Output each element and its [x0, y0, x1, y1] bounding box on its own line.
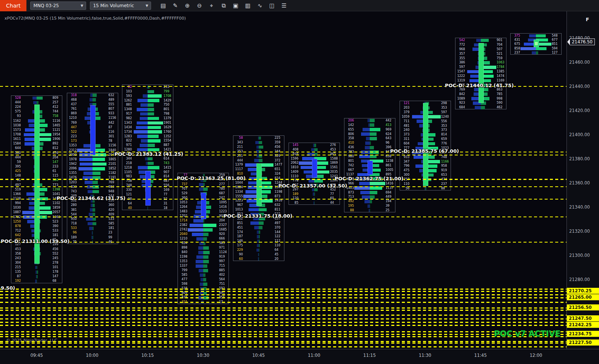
bid-volume: 211 — [233, 146, 243, 149]
bid-bar-area — [243, 243, 259, 248]
ask-volume: 958 — [441, 164, 451, 167]
chart-canvas[interactable]: xPOCv72(MNQ 03-25 (15 Min Volumetric),fa… — [0, 11, 567, 349]
ask-bar — [93, 227, 94, 230]
bid-volume: 858 — [511, 47, 520, 50]
bid-volume: 743 — [67, 190, 77, 193]
ask-bar — [481, 39, 489, 42]
volume-row: 1348801 — [122, 107, 173, 112]
price-axis[interactable]: F 21480.0021460.0021440.0021420.0021400.… — [567, 11, 599, 349]
bid-bar-area — [77, 93, 93, 98]
ask-volume: 442 — [385, 119, 395, 122]
indicator-icon[interactable]: ∿ — [255, 1, 265, 10]
bid-volume: 96 — [67, 231, 77, 234]
ask-volume: 590 — [496, 101, 506, 104]
ask-bar-area — [148, 206, 163, 210]
ask-volume: 659 — [441, 138, 451, 141]
ask-bar-area — [203, 187, 219, 191]
ask-bar-area — [148, 139, 163, 143]
volume-row: 318632 — [67, 93, 118, 98]
ask-bar — [37, 280, 37, 283]
poc-label: POC-D: 21363.25 (81.00) — [177, 175, 245, 181]
bid-bar-area — [188, 255, 203, 259]
volumetric-bar: 8223310379959317081262142988175013488019… — [122, 84, 173, 210]
ask-volume: 933 — [108, 112, 118, 115]
candle-body — [534, 40, 539, 47]
properties-icon[interactable]: ☰ — [279, 1, 289, 10]
bid-volume: 711 — [400, 120, 410, 123]
ask-volume: 638 — [385, 155, 395, 158]
ask-bar-area — [93, 162, 108, 166]
volume-row: 9045 — [233, 252, 284, 257]
ask-bar — [259, 244, 260, 247]
bid-bar-area — [21, 279, 37, 283]
ask-volume: 624 — [385, 133, 395, 136]
ask-volume: 585 — [108, 222, 118, 225]
ask-bar-area — [370, 190, 385, 195]
ask-bar — [148, 103, 154, 107]
bid-volume: 468 — [67, 98, 77, 101]
ask-volume: 147 — [52, 275, 62, 278]
bid-volume: 373 — [400, 133, 410, 136]
price-label: 21400.00 — [569, 132, 590, 137]
bid-volume: 1262 — [122, 99, 132, 102]
crosshair-icon[interactable]: ⌖ — [206, 1, 216, 10]
bid-volume: 1978 — [67, 158, 77, 161]
bid-volume: 1434 — [122, 126, 132, 129]
bid-volume: 206 — [344, 119, 354, 122]
ask-bar — [259, 253, 259, 256]
bid-bar-area — [77, 185, 93, 189]
bar-type-icon[interactable]: ▥ — [242, 1, 253, 10]
bid-volume: 707 — [178, 187, 188, 190]
panel-icon[interactable]: ▣ — [230, 1, 241, 10]
bid-volume: 822 — [122, 139, 132, 142]
volume-row: 1203769 — [67, 180, 118, 185]
time-axis[interactable]: 09:4510:0010:1510:3010:4511:0011:1511:30… — [0, 349, 599, 364]
bid-bar-area — [21, 270, 37, 274]
bid-bar — [198, 251, 203, 254]
chart-tab[interactable]: Chart — [0, 0, 26, 11]
ask-bar — [148, 157, 153, 161]
ask-bar-area — [93, 217, 108, 221]
bid-bar — [199, 187, 203, 191]
time-label: 10:45 — [252, 353, 265, 358]
poc-line — [0, 179, 567, 180]
volume-row: 8825 — [344, 208, 395, 213]
chart-trader-icon[interactable]: ◫ — [267, 1, 277, 10]
bid-bar-area — [132, 157, 148, 161]
ask-bar-area — [148, 98, 163, 103]
bid-bar-area — [77, 212, 93, 217]
bid-volume: 642 — [11, 234, 21, 237]
price-label: 21440.00 — [569, 84, 590, 89]
candle-body — [256, 163, 262, 206]
bid-volume: 431 — [511, 38, 520, 41]
zoom-in-icon[interactable]: ⊕ — [182, 1, 192, 10]
data-series-icon[interactable]: ▤ — [158, 1, 168, 10]
ask-volume: 225 — [274, 137, 284, 140]
bid-volume: 598 — [178, 283, 188, 286]
volume-row: 5688 — [400, 186, 451, 191]
bid-volume: 343 — [233, 141, 243, 144]
snapshot-icon[interactable]: ⧉ — [218, 1, 228, 10]
ask-bar-area — [259, 207, 274, 212]
bid-volume: 215 — [11, 266, 21, 269]
zoom-out-icon[interactable]: ⊖ — [194, 1, 204, 10]
ask-volume: 277 — [219, 183, 228, 186]
ask-bar — [203, 187, 208, 191]
ask-bar-area — [370, 141, 385, 145]
ask-bar-area — [148, 94, 163, 98]
volume-row: 718585 — [67, 221, 118, 226]
bid-bar-area — [243, 239, 259, 243]
bid-volume: 195 — [344, 204, 354, 207]
bid-bar-area — [188, 268, 203, 273]
draw-icon[interactable]: ✎ — [170, 1, 180, 10]
bid-volume: 2062 — [289, 161, 299, 164]
bid-volume: 93 — [11, 115, 21, 118]
poc-line — [0, 297, 567, 298]
period-selector[interactable]: 15 Min Volumetric ▼ — [90, 2, 151, 10]
ask-bar — [93, 204, 95, 207]
ask-bar — [259, 230, 260, 234]
poc-label: POC-D: 21362.75 (21.00) — [335, 176, 403, 181]
ask-bar — [93, 181, 98, 184]
bid-bar — [360, 191, 370, 194]
instrument-selector[interactable]: MNQ 03-25 ▼ — [30, 2, 86, 10]
